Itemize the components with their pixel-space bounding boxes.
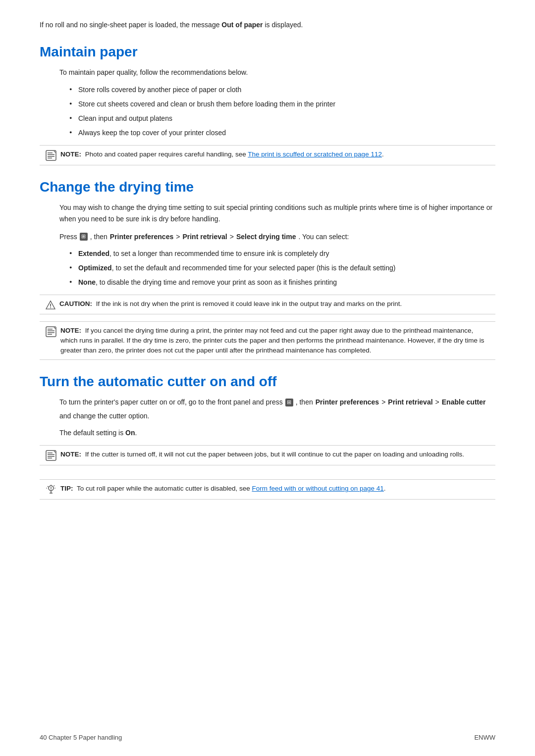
cutter-note-content: NOTE: If the cutter is turned off, it wi… [60, 450, 464, 459]
press-bold3: Select drying time [236, 231, 296, 242]
cutter-note-label: NOTE: [60, 451, 81, 458]
cutter-intro-text2: , then [296, 397, 313, 407]
cutter-bold1: Printer preferences [316, 397, 379, 407]
list-item: Always keep the top cover of your printe… [69, 128, 495, 138]
caution-label: CAUTION: [59, 300, 92, 307]
svg-rect-10 [48, 330, 54, 331]
change-drying-section: Change the drying time You may wish to c… [40, 179, 495, 360]
svg-rect-11 [48, 332, 54, 333]
list-item: Extended, to set a longer than recommend… [69, 249, 495, 259]
press-bold2: Print retrieval [182, 231, 227, 242]
cutter-sep1: > [381, 397, 385, 407]
page-footer: 40 Chapter 5 Paper handling ENWW [40, 734, 495, 741]
list-item: Store cut sheets covered and clean or br… [69, 99, 495, 109]
maintain-paper-intro: To maintain paper quality, follow the re… [59, 67, 495, 78]
cutter-default-line: The default setting is On. [59, 427, 495, 438]
tip-link[interactable]: Form feed with or without cutting on pag… [252, 485, 383, 492]
caution-content: CAUTION: If the ink is not dry when the … [59, 299, 402, 309]
list-item: Store rolls covered by another piece of … [69, 85, 495, 95]
default-bold: On [125, 429, 135, 437]
svg-rect-15 [48, 454, 54, 455]
press-text1: Press [59, 231, 77, 242]
change-drying-title: Change the drying time [40, 179, 495, 195]
svg-point-22 [51, 490, 52, 491]
svg-rect-3 [48, 156, 54, 157]
svg-rect-13 [46, 451, 56, 460]
press-bold1: Printer preferences [110, 231, 173, 242]
footer-right: ENWW [474, 734, 495, 741]
maintain-paper-section: Maintain paper To maintain paper quality… [40, 44, 495, 165]
cutter-sep2: > [435, 397, 439, 407]
maintain-paper-title: Maintain paper [40, 44, 495, 60]
svg-rect-16 [48, 456, 54, 457]
default-text1: The default setting is [59, 429, 125, 437]
press-sep2: > [230, 231, 234, 242]
change-drying-intro: You may wish to change the drying time s… [59, 202, 495, 224]
cutter-intro-text3: and change the cutter option. [59, 410, 149, 421]
cutter-bold3: Enable cutter [442, 397, 486, 407]
svg-rect-14 [48, 453, 53, 454]
intro-bold: Out of paper [221, 21, 263, 29]
maintain-paper-bullets: Store rolls covered by another piece of … [69, 85, 495, 138]
tip-content: TIP: To cut roll paper while the automat… [60, 484, 386, 494]
tip-text: To cut roll paper while the automatic cu… [77, 485, 252, 492]
auto-cutter-section: Turn the automatic cutter on and off To … [40, 374, 495, 500]
cutter-note-text: If the cutter is turned off, it will not… [85, 451, 464, 458]
caution-text: If the ink is not dry when the print is … [96, 300, 402, 307]
drying-note-text: If you cancel the drying time during a p… [60, 327, 484, 354]
maintain-paper-note: NOTE: Photo and coated paper requires ca… [40, 145, 495, 165]
svg-rect-17 [48, 458, 52, 459]
intro-text2: is displayed. [263, 21, 303, 29]
intro-text: If no roll and no single-sheet paper is … [40, 21, 221, 29]
cutter-bold2: Print retrieval [388, 397, 432, 407]
svg-line-24 [48, 486, 49, 487]
tip-box: TIP: To cut roll paper while the automat… [40, 479, 495, 500]
drying-note-content: NOTE: If you cancel the drying time duri… [60, 326, 489, 356]
auto-cutter-title: Turn the automatic cutter on and off [40, 374, 495, 390]
footer-left: 40 Chapter 5 Paper handling [40, 734, 122, 741]
press-text3: . You can select: [298, 231, 349, 242]
svg-point-7 [50, 307, 51, 308]
list-item: Clean input and output platens [69, 113, 495, 124]
svg-rect-1 [48, 152, 53, 153]
list-item: Optimized, to set the default and recomm… [69, 263, 495, 273]
note-label: NOTE: [60, 151, 81, 158]
svg-rect-4 [48, 158, 52, 159]
note-content: NOTE: Photo and coated paper requires ca… [60, 150, 384, 159]
front-panel-icon [80, 233, 88, 241]
note-icon-3 [46, 450, 56, 461]
cutter-note: NOTE: If the cutter is turned off, it wi… [40, 445, 495, 465]
svg-rect-2 [48, 154, 54, 155]
svg-rect-8 [46, 327, 56, 337]
note-icon [46, 150, 56, 161]
svg-rect-9 [48, 329, 53, 330]
front-panel-icon-2 [285, 399, 293, 406]
note-icon-2 [46, 326, 56, 337]
tip-label: TIP: [60, 485, 73, 492]
drying-note: NOTE: If you cancel the drying time duri… [40, 321, 495, 360]
drying-note-label: NOTE: [60, 327, 81, 334]
press-instruction: Press , then Printer preferences > Print… [59, 231, 495, 242]
svg-rect-12 [48, 334, 52, 335]
svg-line-27 [54, 486, 55, 487]
cutter-intro-text1: To turn the printer's paper cutter on or… [59, 397, 283, 407]
caution-icon [46, 300, 55, 310]
cutter-intro: To turn the printer's paper cutter on or… [59, 397, 495, 421]
note-link[interactable]: The print is scuffed or scratched on pag… [248, 151, 382, 158]
default-text2: . [135, 429, 137, 437]
drying-bullets: Extended, to set a longer than recommend… [69, 249, 495, 288]
tip-icon [46, 484, 56, 495]
note-text: Photo and coated paper requires careful … [85, 151, 248, 158]
list-item: None, to disable the drying time and rem… [69, 277, 495, 288]
intro-paragraph: If no roll and no single-sheet paper is … [40, 20, 495, 30]
press-text2: , then [90, 231, 107, 242]
caution-box: CAUTION: If the ink is not dry when the … [40, 295, 495, 314]
svg-rect-0 [46, 151, 56, 160]
press-sep1: > [176, 231, 180, 242]
